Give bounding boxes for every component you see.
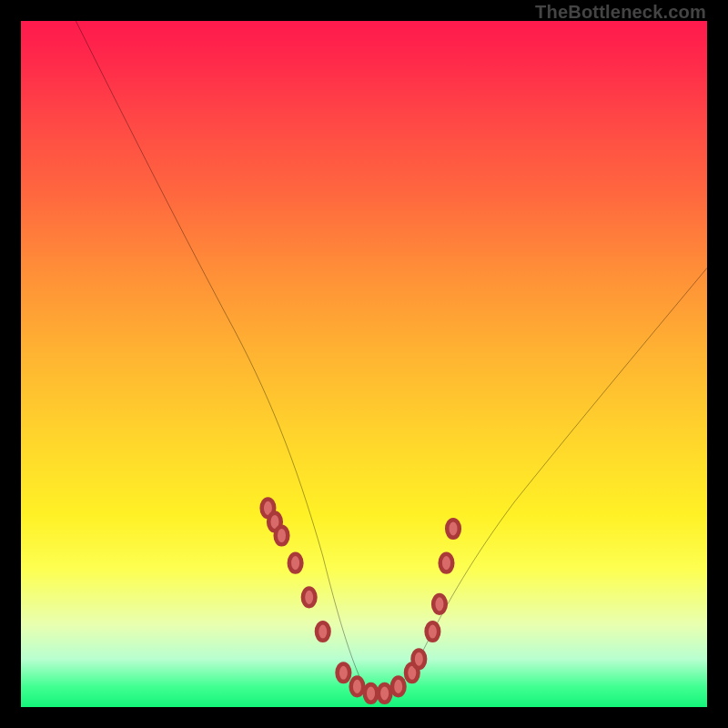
marker-dot xyxy=(276,527,288,545)
marker-group xyxy=(262,500,460,703)
bottleneck-curve-path xyxy=(76,21,707,697)
marker-dot xyxy=(317,622,329,641)
marker-dot xyxy=(351,678,364,696)
chart-frame xyxy=(21,21,707,707)
marker-dot xyxy=(289,554,302,572)
marker-dot xyxy=(433,595,446,613)
marker-dot xyxy=(338,663,350,682)
bottleneck-chart xyxy=(21,21,707,707)
marker-dot xyxy=(303,589,316,607)
marker-dot xyxy=(447,520,460,538)
marker-dot xyxy=(365,684,378,703)
watermark-text: TheBottleneck.com xyxy=(535,2,706,23)
marker-dot xyxy=(379,684,391,703)
marker-dot xyxy=(440,554,453,572)
marker-dot xyxy=(413,650,426,668)
marker-dot xyxy=(392,678,405,696)
marker-dot xyxy=(427,622,440,641)
